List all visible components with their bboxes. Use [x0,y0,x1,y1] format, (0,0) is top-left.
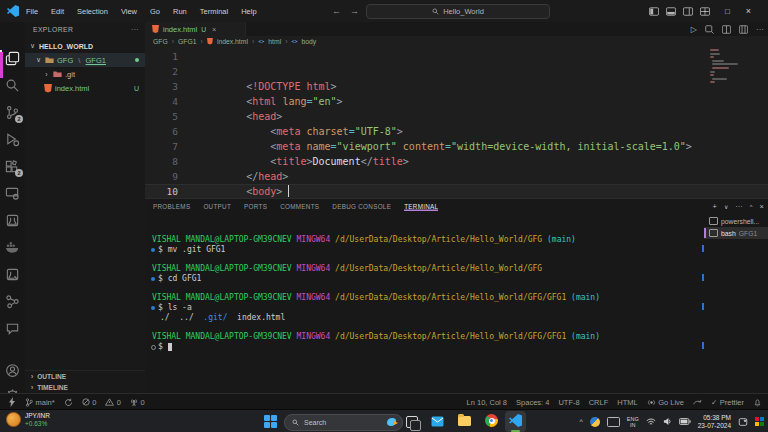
volume-icon[interactable] [663,417,672,426]
cursor-position[interactable]: Ln 10, Col 8 [467,398,507,407]
editor-layout-icon[interactable] [739,25,748,34]
code-line[interactable]: 3 <head> [145,79,768,94]
maximize-panel-icon[interactable]: ^ [750,204,753,210]
toggle-secondary-sidebar-icon[interactable] [683,7,693,16]
source-control-icon[interactable]: 2 [5,105,20,120]
remote-lightning-icon[interactable] [8,397,16,407]
extensions-icon[interactable]: 2 [5,159,20,174]
terminal-output[interactable]: VISHAL MANDAL@LAPTOP-GM39CNEV MINGW64 /d… [150,235,700,361]
hierarchy-icon[interactable] [5,294,20,309]
code-line[interactable]: 2 <html lang="en"> [145,64,768,79]
crumb-gfg1[interactable]: GFG1 [178,38,197,45]
panel-tab[interactable]: OUTPUT [203,203,231,210]
maximize-icon[interactable]: □ [725,7,730,16]
tab-index-html[interactable]: index.html U × [145,22,246,36]
code-line[interactable]: 1 <!DOCTYPE html> [145,49,768,64]
git-branch-item[interactable]: main* [25,398,55,407]
session-powershell[interactable]: powershell... [704,215,768,227]
toggle-sidebar-icon[interactable] [649,7,659,16]
terminal-dropdown-icon[interactable]: ∨ [724,203,728,210]
menu-item[interactable]: Selection [77,7,108,16]
prettier-item[interactable]: ✓ Prettier [711,398,744,407]
panel-tab[interactable]: PORTS [244,203,267,210]
panel-tab[interactable]: COMMENTS [280,203,319,210]
display-icon[interactable] [607,417,620,427]
more-actions-icon[interactable]: ··· [756,25,764,34]
panel-tab[interactable]: DEBUG CONSOLE [332,203,391,210]
explorer-more-icon[interactable]: ··· [131,26,139,33]
live-preview-icon[interactable] [5,267,20,282]
taskbar-search[interactable]: Search [284,414,403,431]
panel-tab[interactable]: TERMINAL [404,203,438,211]
code-line[interactable]: 10 </body> [145,184,768,199]
encoding[interactable]: UTF-8 [558,398,579,407]
timeline-section[interactable]: › TIMELINE [25,382,145,393]
chrome-icon[interactable] [485,414,499,428]
menu-item[interactable]: Edit [51,7,64,16]
wifi-icon[interactable] [646,418,656,426]
language-indicator[interactable]: ENG IN [627,416,639,428]
indentation[interactable]: Spaces: 4 [516,398,549,407]
menu-item[interactable]: Help [241,7,256,16]
vscode-taskbar-active[interactable] [505,411,526,432]
errors-item[interactable]: 0 [82,398,97,407]
menu-item[interactable]: Terminal [200,7,228,16]
chat-icon[interactable] [5,321,20,336]
clock[interactable]: 05:38 PM 23-07-2024 [698,414,731,430]
menu-item[interactable]: File [26,7,38,16]
menu-item[interactable]: Go [150,7,160,16]
tree-item-gfg-gfg1[interactable]: ∨ GFG \ GFG1 [25,53,145,67]
widgets-icon[interactable] [755,417,764,426]
tab-close-icon[interactable]: × [212,25,216,34]
crumb-index-html[interactable]: index.html [217,38,248,45]
code-line[interactable]: 9 <h1>Hello World</h1> [145,169,768,184]
outline-section[interactable]: › OUTLINE [25,371,145,382]
tree-item-git-folder[interactable]: › .git [25,67,145,81]
warnings-item[interactable]: 0 [105,398,121,407]
tree-item-index-html[interactable]: index.html U [25,81,145,95]
menu-item[interactable]: View [121,7,137,16]
run-or-debug-icon[interactable] [705,25,714,34]
language-mode[interactable]: HTML [617,398,637,407]
tray-app-icon[interactable] [590,417,600,427]
file-explorer-icon[interactable] [458,414,472,428]
minimap[interactable] [710,49,746,85]
code-line[interactable]: 6 <title>Document</title> [145,124,768,139]
menu-item[interactable]: Run [173,7,187,16]
minimize-icon[interactable]: – [704,6,709,16]
code-line[interactable]: 5 <meta name="viewport" content="width=d… [145,109,768,124]
command-center-search[interactable]: Hello_World [366,4,550,19]
notification-icon[interactable] [738,417,748,427]
code-line[interactable]: 7 </head> [145,139,768,154]
ports-item[interactable]: 0 [130,398,145,407]
testing-icon[interactable] [5,213,20,228]
search-icon[interactable] [5,78,20,93]
sync-icon[interactable] [64,398,73,407]
crumb-body[interactable]: body [302,38,317,45]
panel-tab[interactable]: PROBLEMS [153,203,190,210]
code-line[interactable]: 8 <body> [145,154,768,169]
crumb-gfg[interactable]: GFG [153,38,168,45]
tree-root-hello-world[interactable]: ∨ HELLO_WORLD [25,39,145,53]
notifications-bell-icon[interactable] [753,398,762,407]
toggle-panel-icon[interactable] [666,7,676,16]
session-bash-gfg1[interactable]: bash GFG1 [704,227,768,239]
code-editor[interactable]: 1 <!DOCTYPE html> 2 <html lang="en"> 3 [145,46,768,198]
news-widget[interactable]: JPY/INR +0.63% [6,412,50,427]
close-panel-icon[interactable]: × [760,202,764,211]
close-icon[interactable]: × [746,6,751,16]
battery-icon[interactable] [679,418,691,425]
code-line[interactable]: 4 <meta charset="UTF-8"> [145,94,768,109]
run-debug-icon[interactable] [5,132,20,147]
account-icon[interactable] [5,363,20,378]
back-arrow-icon[interactable]: ← [332,6,341,16]
curved-arrow-icon[interactable] [693,398,702,406]
mail-icon[interactable] [431,414,445,428]
docker-icon[interactable] [5,240,20,255]
forward-arrow-icon[interactable]: → [350,6,359,16]
crumb-html[interactable]: html [268,38,281,45]
remote-explorer-icon[interactable] [5,186,20,201]
go-live-item[interactable]: Go Live [647,398,684,407]
new-terminal-icon[interactable]: + [712,202,716,211]
split-editor-icon[interactable] [722,25,731,34]
